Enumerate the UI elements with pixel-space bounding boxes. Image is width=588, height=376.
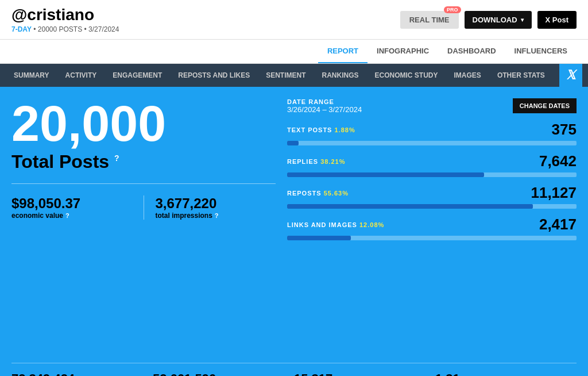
date-range-section: DATE RANGE 3/26/2024 – 3/27/2024 CHANGE … <box>287 98 577 114</box>
bottom-stat-value: 72,349,424 <box>11 371 153 376</box>
tab-infographic[interactable]: INFOGRAPHIC <box>368 40 438 63</box>
pro-badge: PRO <box>444 6 461 13</box>
subnav-images[interactable]: IMAGES <box>446 66 489 85</box>
economic-value-block: $98,050.37 economic value ? <box>11 195 132 220</box>
total-posts-help-icon[interactable]: ? <box>114 154 119 163</box>
bottom-stat-block: 1.31 posts per contributor ? <box>435 371 577 376</box>
divider <box>11 183 276 184</box>
header-date-sep: • <box>84 25 89 33</box>
post-type-pct: 38.21% <box>320 158 345 165</box>
download-label: DOWNLOAD <box>473 16 517 24</box>
bottom-stat-value: 1.31 <box>435 371 577 376</box>
post-type-item: TEXT POSTS 1.88% 375 <box>287 121 577 145</box>
xpost-label: X Post <box>546 16 568 24</box>
bottom-row-1: 72,349,424 potential impressions ? 52,66… <box>11 363 577 376</box>
xpost-button[interactable]: X Post <box>537 11 577 29</box>
subnav-otherstats[interactable]: OTHER STATS <box>489 66 553 85</box>
impressions-help-icon[interactable]: ? <box>215 212 219 219</box>
username: @cristiano <box>11 6 119 24</box>
post-type-count: 7,642 <box>539 152 577 170</box>
brand-icon: 𝕏 <box>559 64 582 87</box>
post-type-pct: 12.08% <box>359 221 384 228</box>
header: @cristiano 7-DAY • 20000 POSTS • 3/27/20… <box>0 0 588 40</box>
subnav-reposts[interactable]: REPOSTS AND LIKES <box>170 66 258 85</box>
posts-label: • <box>33 25 38 33</box>
bar-fill <box>287 172 484 177</box>
header-right: PRO REAL TIME DOWNLOAD ▾ X Post <box>400 11 577 29</box>
main-content: 20,000 Total Posts ? $98,050.37 economic… <box>0 87 588 351</box>
left-panel: 20,000 Total Posts ? $98,050.37 economic… <box>11 98 276 340</box>
post-type-name: REPOSTS 55.63% <box>287 190 349 197</box>
post-type-count: 375 <box>552 121 577 139</box>
economic-value: $98,050.37 <box>11 195 132 212</box>
realtime-button[interactable]: PRO REAL TIME <box>400 11 459 29</box>
subnav-summary[interactable]: SUMMARY <box>6 66 57 85</box>
realtime-label: REAL TIME <box>409 16 450 24</box>
subnav-engagement[interactable]: ENGAGEMENT <box>105 66 170 85</box>
post-type-count: 2,417 <box>539 216 577 233</box>
tab-dashboard[interactable]: DASHBOARD <box>438 40 505 63</box>
bottom-stat-block: 72,349,424 potential impressions ? <box>11 371 153 376</box>
bar-fill <box>287 141 299 145</box>
bar-bg <box>287 172 577 177</box>
bottom-stat-block: 15,317 total contributors ? <box>294 371 435 376</box>
download-button[interactable]: DOWNLOAD ▾ <box>465 11 532 29</box>
date-range-info: DATE RANGE 3/26/2024 – 3/27/2024 <box>287 98 362 114</box>
total-posts-label: Total Posts ? <box>11 152 276 172</box>
stats-row: $98,050.37 economic value ? 3,677,220 to… <box>11 195 276 220</box>
bar-fill <box>287 236 351 240</box>
post-type-pct: 55.63% <box>324 190 349 197</box>
impressions-label: total impressions ? <box>156 212 276 220</box>
post-type-name: LINKS AND IMAGES 12.08% <box>287 221 384 228</box>
stats-divider <box>144 195 144 220</box>
economic-help-icon[interactable]: ? <box>65 212 69 219</box>
change-dates-button[interactable]: CHANGE DATES <box>513 98 577 113</box>
post-type-item: REPLIES 38.21% 7,642 <box>287 152 577 177</box>
economic-value-label: economic value ? <box>11 212 132 220</box>
post-type-name: REPLIES 38.21% <box>287 158 345 165</box>
subnav-sentiment[interactable]: SENTIMENT <box>258 66 314 85</box>
header-date: 3/27/2024 <box>88 25 119 33</box>
days-label: 7-DAY <box>11 25 32 33</box>
post-types-container: TEXT POSTS 1.88% 375 REPLIES 38.21% 7,64… <box>287 121 577 240</box>
post-type-pct: 1.88% <box>335 126 355 133</box>
total-impressions: 3,677,220 <box>156 195 276 212</box>
post-type-item: LINKS AND IMAGES 12.08% 2,417 <box>287 216 577 240</box>
posts-count: 20000 POSTS <box>38 25 82 33</box>
bottom-stat-block: 52,661,596 potential reach ? <box>153 371 294 376</box>
post-type-name: TEXT POSTS 1.88% <box>287 126 355 133</box>
nav-tabs: REPORT INFOGRAPHIC DASHBOARD INFLUENCERS <box>0 40 588 64</box>
bar-bg <box>287 141 577 145</box>
sub-nav: SUMMARY ACTIVITY ENGAGEMENT REPOSTS AND … <box>0 64 588 87</box>
right-panel: DATE RANGE 3/26/2024 – 3/27/2024 CHANGE … <box>287 98 577 340</box>
post-type-count: 11,127 <box>531 184 577 202</box>
date-range-label: DATE RANGE <box>287 98 362 105</box>
post-type-item: REPOSTS 55.63% 11,127 <box>287 184 577 209</box>
subnav-economic[interactable]: ECONOMIC STUDY <box>367 66 446 85</box>
bottom-stat-value: 15,317 <box>294 371 435 376</box>
header-left: @cristiano 7-DAY • 20000 POSTS • 3/27/20… <box>11 6 119 33</box>
bottom-stat-value: 52,661,596 <box>153 371 294 376</box>
subnav-rankings[interactable]: RANKINGS <box>314 66 367 85</box>
bar-bg <box>287 204 577 209</box>
tab-report[interactable]: REPORT <box>318 40 368 63</box>
date-range-value: 3/26/2024 – 3/27/2024 <box>287 105 362 114</box>
tab-influencers[interactable]: INFLUENCERS <box>505 40 577 63</box>
bottom-stats: 72,349,424 potential impressions ? 52,66… <box>0 351 588 376</box>
total-posts-number: 20,000 <box>11 98 276 149</box>
subnav-activity[interactable]: ACTIVITY <box>57 66 105 85</box>
bar-fill <box>287 204 533 209</box>
impressions-block: 3,677,220 total impressions ? <box>156 195 276 220</box>
chevron-down-icon: ▾ <box>521 17 524 23</box>
header-meta: 7-DAY • 20000 POSTS • 3/27/2024 <box>11 25 119 33</box>
bar-bg <box>287 236 577 240</box>
